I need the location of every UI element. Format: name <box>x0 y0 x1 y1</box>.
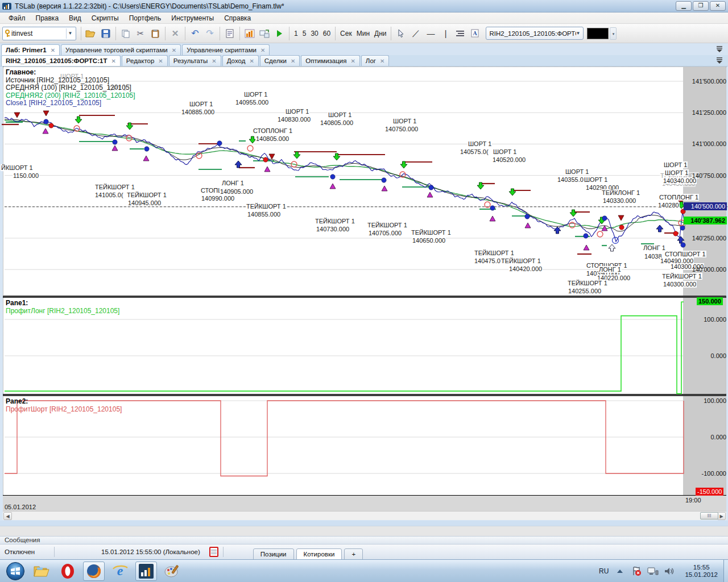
tslab-icon[interactable] <box>135 562 157 581</box>
internet-explorer-icon[interactable]: e <box>109 562 131 581</box>
status-bar: Отключен 15.01.2012 15:55:00 (Локальное)… <box>0 544 728 559</box>
date-label: 05.01.2012 <box>5 504 36 510</box>
opera-icon[interactable] <box>57 562 78 581</box>
status-datetime: 15.01.2012 15:55:00 (Локальное) <box>55 548 205 555</box>
volume-icon[interactable] <box>664 567 675 576</box>
show-desktop-button[interactable] <box>723 560 728 582</box>
legend-line: СРЕДНЯЯ (100) [RIH2_120105_120105] <box>6 84 135 92</box>
legend-line: Главное: <box>6 69 135 77</box>
screen: TSLab (версия 1.1.22.2:32bit) - C:\Users… <box>0 0 728 582</box>
horizontal-scrollbar[interactable]: ◀ ▶ ⦀⦀ <box>3 511 726 520</box>
pane1-series-label: ПрофитЛонг [RIH2_120105_120105] <box>6 307 119 315</box>
status-tab-1[interactable]: Котировки <box>296 548 342 560</box>
firefox-icon[interactable] <box>83 562 105 581</box>
legend-line: Источник [RIH2_120105_120105] <box>6 77 135 85</box>
panel-gap <box>0 526 728 536</box>
language-indicator[interactable]: RU <box>599 567 609 575</box>
start-button[interactable] <box>5 562 26 581</box>
main-pane-legend: Главное:Источник [RIH2_120105_120105]СРЕ… <box>6 69 135 107</box>
scroll-left-icon[interactable]: ◀ <box>3 512 12 520</box>
scrollbar-thumb[interactable]: ⦀⦀ <box>700 512 718 519</box>
pane2-title: Pane2: <box>6 398 122 406</box>
window-strip <box>0 521 728 526</box>
pane1-legend: Pane1: ПрофитЛонг [RIH2_120105_120105] <box>6 300 119 315</box>
connection-status: Отключен <box>0 548 54 555</box>
legend-line: СРЕДНЯЯ2 (200) [RIH2_120105_120105] <box>6 92 135 100</box>
pane2-legend: Pane2: ПрофитШорт [RIH2_120105_120105] <box>6 398 122 413</box>
legend-line: Close1 [RIH2_120105_120105] <box>6 99 135 107</box>
taskbar: e RU 15:55 15.01.2012 <box>0 559 728 582</box>
messages-panel[interactable]: Сообщения <box>0 536 728 544</box>
pane1-title: Pane1: <box>6 300 119 307</box>
messages-label: Сообщения <box>5 537 40 543</box>
explorer-icon[interactable] <box>31 562 52 581</box>
status-tab-2[interactable]: + <box>344 548 363 560</box>
status-tabs: ПозицииКотировки+ <box>251 544 363 560</box>
action-center-icon[interactable] <box>631 566 642 576</box>
paint-icon[interactable] <box>162 562 183 581</box>
clock-date: 15.01.2012 <box>685 571 718 579</box>
journal-icon[interactable] <box>209 547 218 557</box>
tray-expand-icon[interactable] <box>617 569 623 573</box>
status-tab-0[interactable]: Позиции <box>253 548 294 560</box>
time-tick: 19:00 <box>685 497 701 504</box>
system-tray: RU 15:55 15.01.2012 <box>599 560 728 582</box>
network-icon[interactable] <box>647 567 659 576</box>
clock-time: 15:55 <box>685 564 718 571</box>
pane2-series-label: ПрофитШорт [RIH2_120105_120105] <box>6 406 122 414</box>
scroll-right-icon[interactable]: ▶ <box>717 512 726 520</box>
clock[interactable]: 15:55 15.01.2012 <box>685 564 718 579</box>
